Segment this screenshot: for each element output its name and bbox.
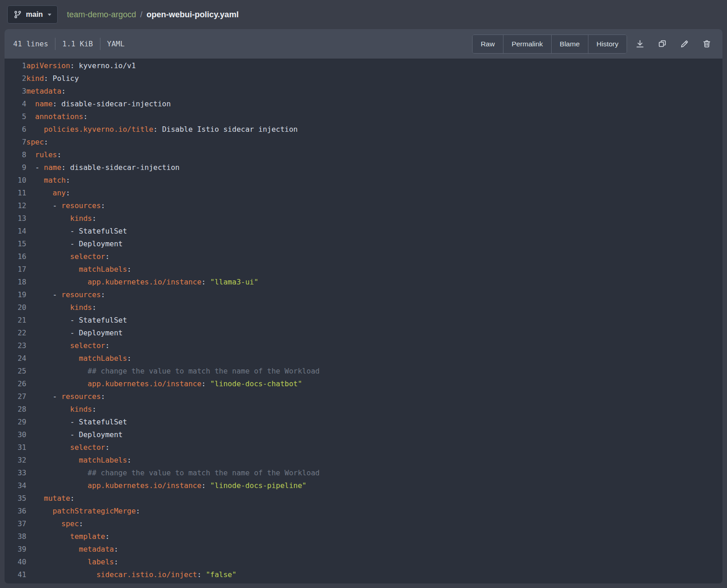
code-line: 33 ## change the value to match the name…	[5, 467, 722, 479]
edit-button[interactable]	[676, 35, 693, 53]
copy-button[interactable]	[653, 35, 671, 53]
code-text: patchStrategicMerge:	[26, 505, 140, 518]
line-number[interactable]: 31	[5, 441, 26, 454]
line-number[interactable]: 20	[5, 301, 26, 314]
line-number[interactable]: 32	[5, 454, 26, 467]
line-number[interactable]: 25	[5, 365, 26, 378]
line-number[interactable]: 39	[5, 543, 26, 556]
line-number[interactable]: 23	[5, 339, 26, 352]
code-text: kind: Policy	[26, 72, 79, 85]
line-number[interactable]: 35	[5, 492, 26, 505]
code-line: 18 app.kubernetes.io/instance: "llama3-u…	[5, 276, 722, 289]
code-line: 41 sidecar.istio.io/inject: "false"	[5, 568, 722, 581]
line-number[interactable]: 12	[5, 199, 26, 212]
line-number[interactable]: 36	[5, 505, 26, 518]
line-number[interactable]: 15	[5, 238, 26, 250]
file-info: 41 lines 1.1 KiB YAML	[13, 38, 124, 50]
line-number[interactable]: 16	[5, 250, 26, 263]
code-line: 15 - Deployment	[5, 238, 722, 250]
download-button[interactable]	[631, 35, 648, 53]
code-text: metadata:	[26, 85, 66, 98]
git-branch-icon	[14, 10, 22, 19]
blame-button[interactable]: Blame	[552, 35, 588, 53]
history-button[interactable]: History	[588, 35, 627, 53]
line-number[interactable]: 1	[5, 60, 26, 72]
line-number[interactable]: 37	[5, 518, 26, 530]
code-line: 3metadata:	[5, 85, 722, 98]
line-number[interactable]: 7	[5, 136, 26, 149]
raw-button[interactable]: Raw	[473, 35, 503, 53]
line-number[interactable]: 3	[5, 85, 26, 98]
breadcrumb-bar: main team-demo-argocd / open-webui-polic…	[0, 0, 727, 29]
code-line: 12 - resources:	[5, 199, 722, 212]
delete-button[interactable]	[698, 35, 715, 53]
line-number[interactable]: 27	[5, 390, 26, 403]
branch-selector-button[interactable]: main	[7, 5, 58, 24]
line-number[interactable]: 17	[5, 263, 26, 276]
line-number[interactable]: 6	[5, 123, 26, 136]
code-line: 2kind: Policy	[5, 72, 722, 85]
code-line: 4 name: disable-sidecar-injection	[5, 98, 722, 110]
file-size: 1.1 KiB	[62, 40, 93, 48]
line-number[interactable]: 9	[5, 161, 26, 174]
code-text: policies.kyverno.io/title: Disable Istio…	[26, 123, 298, 136]
code-text: selector:	[26, 250, 110, 263]
line-number[interactable]: 22	[5, 327, 26, 339]
line-number[interactable]: 33	[5, 467, 26, 479]
code-text: annotations:	[26, 110, 88, 123]
breadcrumb: team-demo-argocd / open-webui-policy.yam…	[67, 10, 239, 20]
line-number[interactable]: 4	[5, 98, 26, 110]
permalink-button[interactable]: Permalink	[503, 35, 552, 53]
breadcrumb-repo-link[interactable]: team-demo-argocd	[67, 10, 136, 20]
code-text: metadata:	[26, 543, 118, 556]
line-number[interactable]: 34	[5, 479, 26, 492]
line-number[interactable]: 11	[5, 187, 26, 199]
code-line: 14 - StatefulSet	[5, 225, 722, 238]
line-number[interactable]: 14	[5, 225, 26, 238]
code-line: 26 app.kubernetes.io/instance: "linode-d…	[5, 378, 722, 390]
code-text: sidecar.istio.io/inject: "false"	[26, 568, 236, 581]
line-number[interactable]: 28	[5, 403, 26, 416]
line-number[interactable]: 29	[5, 416, 26, 429]
line-number[interactable]: 10	[5, 174, 26, 187]
file-language: YAML	[107, 40, 125, 48]
code-text: selector:	[26, 339, 110, 352]
code-line: 23 selector:	[5, 339, 722, 352]
line-number[interactable]: 8	[5, 149, 26, 161]
code-line: 5 annotations:	[5, 110, 722, 123]
line-number[interactable]: 13	[5, 212, 26, 225]
line-number[interactable]: 40	[5, 556, 26, 568]
code-text: rules:	[26, 149, 61, 161]
code-line: 6 policies.kyverno.io/title: Disable Ist…	[5, 123, 722, 136]
code-line: 13 kinds:	[5, 212, 722, 225]
line-number[interactable]: 2	[5, 72, 26, 85]
code-text: spec:	[26, 518, 83, 530]
line-number[interactable]: 41	[5, 568, 26, 581]
code-line: 7spec:	[5, 136, 722, 149]
code-text: spec:	[26, 136, 48, 149]
line-number[interactable]: 24	[5, 352, 26, 365]
line-number[interactable]: 5	[5, 110, 26, 123]
download-icon	[635, 39, 645, 49]
line-number[interactable]: 18	[5, 276, 26, 289]
code-line: 28 kinds:	[5, 403, 722, 416]
code-text: - StatefulSet	[26, 416, 127, 429]
code-line: 19 - resources:	[5, 289, 722, 301]
code-text: - StatefulSet	[26, 314, 127, 327]
line-number[interactable]: 38	[5, 530, 26, 543]
code-text: labels:	[26, 556, 118, 568]
file-view-panel: 41 lines 1.1 KiB YAML Raw Permalink Blam…	[5, 29, 722, 583]
line-number[interactable]: 21	[5, 314, 26, 327]
code-text: kinds:	[26, 403, 96, 416]
code-text: matchLabels:	[26, 454, 131, 467]
code-line: 11 any:	[5, 187, 722, 199]
code-line: 8 rules:	[5, 149, 722, 161]
code-text: mutate:	[26, 492, 75, 505]
code-text: matchLabels:	[26, 263, 131, 276]
line-number[interactable]: 30	[5, 429, 26, 441]
line-number[interactable]: 26	[5, 378, 26, 390]
code-text: selector:	[26, 441, 110, 454]
code-text: - resources:	[26, 199, 105, 212]
line-number[interactable]: 19	[5, 289, 26, 301]
code-line: 24 matchLabels:	[5, 352, 722, 365]
